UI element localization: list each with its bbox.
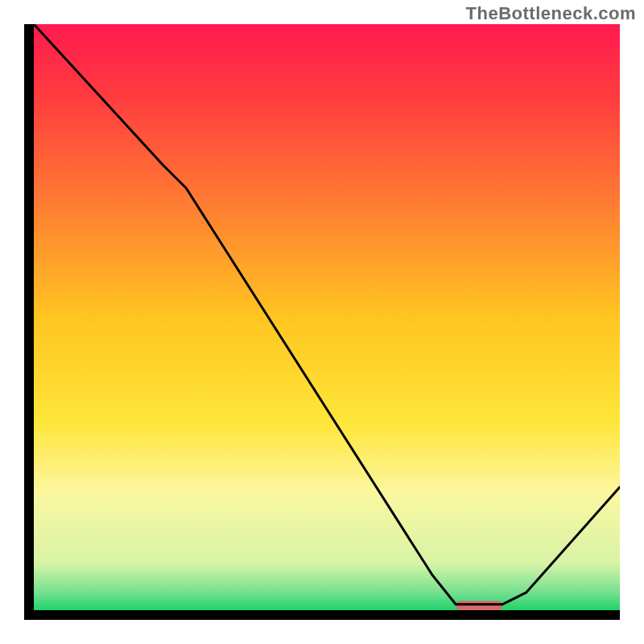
svg-rect-2 <box>24 24 34 620</box>
chart-svg <box>24 24 620 620</box>
watermark-label: TheBottleneck.com <box>466 3 636 24</box>
chart-container: TheBottleneck.com <box>0 0 644 644</box>
svg-rect-0 <box>34 24 620 610</box>
bottleneck-curve-chart <box>24 24 620 620</box>
svg-rect-3 <box>24 610 620 620</box>
